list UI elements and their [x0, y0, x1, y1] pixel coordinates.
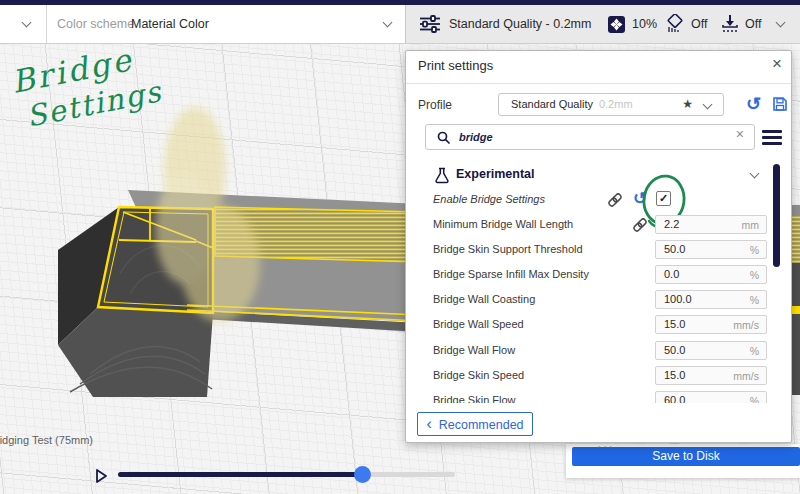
setting-value: 0.0 — [664, 268, 679, 280]
setting-label: Bridge Skin Speed — [433, 369, 524, 381]
path-slider-handle[interactable] — [354, 466, 371, 483]
setting-value: 15.0 — [664, 369, 685, 381]
settings-menu-icon[interactable] — [762, 130, 782, 145]
reset-profile-icon[interactable]: ↺ — [746, 93, 761, 115]
search-query: bridge — [459, 125, 493, 149]
print-settings-panel: Print settings × Profile Standard Qualit… — [405, 50, 792, 443]
link-icon[interactable] — [607, 192, 623, 208]
setting-unit: % — [750, 345, 759, 357]
profile-dropdown[interactable]: Standard Quality0.2mm ★ — [498, 93, 724, 116]
close-icon[interactable]: × — [772, 54, 782, 74]
setting-field[interactable]: 15.0mm/s — [655, 366, 767, 385]
recommended-label: Recommended — [439, 418, 524, 432]
window-top-strip — [0, 0, 800, 5]
link-icon[interactable] — [632, 217, 648, 233]
setting-value: 15.0 — [664, 318, 685, 330]
setting-label: Minimum Bridge Wall Length — [433, 218, 573, 230]
panel-resize-handle[interactable]: ··· — [586, 440, 626, 452]
sliced-model-sliver — [792, 44, 800, 494]
setting-unit: mm/s — [733, 319, 759, 331]
adhesion-value: Off — [745, 5, 761, 43]
back-chevron-icon: ‹ — [426, 415, 431, 432]
profile-name: Standard Quality — [511, 98, 593, 110]
setting-value: 50.0 — [664, 243, 685, 255]
setting-value: 50.0 — [664, 344, 685, 356]
print-setup-summary-bar[interactable]: Standard Quality - 0.2mm 10% Off — [405, 5, 800, 43]
setting-row: Bridge Skin Speed 15.0mm/s — [406, 366, 771, 386]
setting-label: Bridge Wall Speed — [433, 318, 524, 330]
setting-unit: % — [750, 294, 759, 306]
setting-unit: % — [750, 395, 759, 403]
play-icon[interactable] — [93, 468, 109, 484]
section-label: Experimental — [456, 167, 535, 181]
profile-chevron-icon[interactable] — [703, 100, 713, 110]
panel-title: Print settings — [418, 58, 493, 73]
setting-field[interactable]: 2.2 mm — [655, 215, 767, 234]
setting-field[interactable]: 15.0mm/s — [655, 315, 767, 334]
setting-row-enable-bridge: Enable Bridge Settings ↺ ✓ — [406, 190, 771, 210]
search-icon — [437, 131, 451, 145]
setting-unit: mm — [742, 219, 760, 231]
setting-value: 100.0 — [664, 293, 692, 305]
adhesion-icon — [720, 14, 740, 34]
setting-label: Bridge Skin Flow — [433, 394, 516, 403]
setting-label: Bridge Wall Flow — [433, 344, 515, 356]
quality-summary: Standard Quality - 0.2mm — [449, 5, 591, 43]
setting-field[interactable]: 0.0% — [655, 265, 767, 284]
tune-sliders-icon — [419, 15, 441, 33]
setting-unit: mm/s — [733, 370, 759, 382]
clear-search-icon[interactable]: × — [736, 126, 744, 142]
setting-row: Bridge Wall Flow 50.0% — [406, 341, 771, 361]
color-scheme-chevron-icon[interactable] — [383, 18, 393, 28]
path-slider[interactable] — [118, 472, 455, 477]
setting-field[interactable]: 50.0% — [655, 341, 767, 360]
profile-label: Profile — [418, 98, 452, 112]
settings-list: Experimental Enable Bridge Settings ↺ ✓ … — [406, 161, 771, 403]
setting-row: Bridge Wall Coasting 100.0% — [406, 290, 771, 310]
model-name-caption: ridging Test (75mm) — [0, 434, 93, 446]
setting-field[interactable]: 100.0% — [655, 290, 767, 309]
infill-value: 10% — [632, 5, 657, 43]
settings-scrollbar[interactable] — [773, 164, 780, 267]
setting-row: Bridge Skin Support Threshold 50.0% — [406, 240, 771, 260]
simulation-controls — [0, 462, 480, 492]
panel-divider — [406, 83, 791, 84]
setting-value: 60.0 — [664, 394, 685, 403]
section-experimental[interactable]: Experimental — [406, 164, 771, 186]
star-icon[interactable]: ★ — [682, 94, 693, 115]
setting-unit: % — [750, 269, 759, 281]
view-type-chevron-icon[interactable] — [22, 18, 32, 28]
section-chevron-icon[interactable] — [750, 169, 760, 179]
recommended-mode-button[interactable]: ‹Recommended — [417, 412, 533, 436]
setting-row: Bridge Skin Flow 60.0% — [406, 391, 771, 403]
setting-row: Bridge Sparse Infill Max Density 0.0% — [406, 265, 771, 285]
setting-label: Enable Bridge Settings — [433, 193, 545, 205]
color-scheme-label: Color scheme — [57, 5, 134, 43]
flask-icon — [434, 167, 450, 184]
setting-value: 2.2 — [664, 218, 679, 230]
support-value: Off — [691, 5, 707, 43]
infill-icon — [608, 16, 625, 33]
setting-row: Minimum Bridge Wall Length 2.2 mm — [406, 215, 771, 235]
save-profile-icon[interactable] — [772, 96, 788, 112]
setting-unit: % — [750, 244, 759, 256]
setting-field[interactable]: 60.0% — [655, 391, 767, 403]
setting-label: Bridge Sparse Infill Max Density — [433, 268, 589, 280]
setting-label: Bridge Wall Coasting — [433, 293, 535, 305]
color-scheme-value[interactable]: Material Color — [131, 5, 209, 43]
settings-search-input[interactable]: bridge × — [425, 124, 755, 150]
top-toolbar: Color scheme Material Color Standard Qua… — [0, 5, 800, 44]
setup-expand-chevron-icon[interactable] — [776, 18, 786, 28]
toolbar-divider — [46, 5, 47, 43]
support-icon — [665, 14, 685, 34]
setting-row: Bridge Wall Speed 15.0mm/s — [406, 315, 771, 335]
setting-label: Bridge Skin Support Threshold — [433, 243, 583, 255]
profile-detail: 0.2mm — [599, 98, 633, 110]
setting-field[interactable]: 50.0% — [655, 240, 767, 259]
path-slider-fill — [118, 472, 362, 477]
